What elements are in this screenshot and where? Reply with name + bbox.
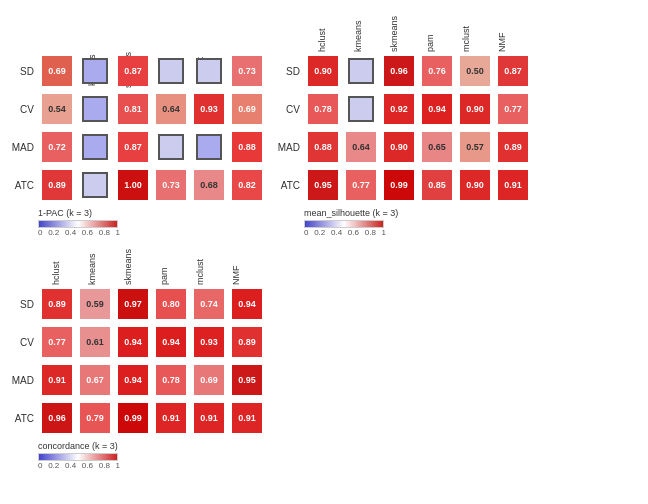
cell <box>76 52 114 90</box>
cell <box>76 90 114 128</box>
legend-bar <box>304 220 384 228</box>
cell: 0.50 <box>456 52 494 90</box>
cell-inner: 0.90 <box>384 132 414 162</box>
row-label: ATC <box>8 399 38 437</box>
cell-inner: 0.76 <box>422 56 452 86</box>
cell-inner: 0.90 <box>308 56 338 86</box>
cell: 0.89 <box>494 128 532 166</box>
cell: 0.96 <box>380 52 418 90</box>
cell-inner: 0.85 <box>422 170 452 200</box>
cell: 0.88 <box>228 128 266 166</box>
cell <box>152 128 190 166</box>
cell: 0.77 <box>494 90 532 128</box>
cell-inner: 0.90 <box>460 170 490 200</box>
cell-inner: 0.91 <box>232 403 262 433</box>
cell-inner: 0.64 <box>156 94 186 124</box>
legend-ticks: 00.20.40.60.81 <box>38 228 120 237</box>
cell-inner: 0.67 <box>80 365 110 395</box>
cell-inner: 0.69 <box>194 365 224 395</box>
cell-inner: 0.95 <box>308 170 338 200</box>
concordance-title: concordance (k = 3) <box>38 441 120 451</box>
cell-inner <box>82 58 108 84</box>
cell: 0.91 <box>494 166 532 204</box>
bottom-row: hclust kmeans skmeans pam mclust NMF SD … <box>8 241 640 470</box>
grid-row: ATC 0.89 1.00 0.73 0.68 0.82 <box>8 166 266 204</box>
cell-inner: 0.99 <box>384 170 414 200</box>
cell <box>190 52 228 90</box>
cell: 0.94 <box>152 323 190 361</box>
row-label: MAD <box>8 128 38 166</box>
pac-panel: hclust kmeans skmeans pam mclust NMF SD … <box>8 8 266 237</box>
col-header: NMF <box>484 8 520 52</box>
silhouette-title: mean_silhouette (k = 3) <box>304 208 398 218</box>
cell-inner: 0.78 <box>156 365 186 395</box>
cell-inner <box>196 58 222 84</box>
grid-row: SD 0.69 0.87 0.73 <box>8 52 266 90</box>
cell-inner <box>82 172 108 198</box>
col-header: NMF <box>218 241 254 285</box>
cell-inner: 0.90 <box>460 94 490 124</box>
cell: 0.91 <box>38 361 76 399</box>
cell: 0.97 <box>114 285 152 323</box>
grid-row: CV 0.78 0.92 0.94 0.90 0.77 <box>274 90 532 128</box>
cell <box>76 166 114 204</box>
cell: 0.72 <box>38 128 76 166</box>
cell: 0.93 <box>190 90 228 128</box>
cell-inner: 0.93 <box>194 327 224 357</box>
cell: 0.93 <box>190 323 228 361</box>
col-header: kmeans <box>74 241 110 285</box>
grid-row: CV 0.77 0.61 0.94 0.94 0.93 0.89 <box>8 323 266 361</box>
cell: 0.88 <box>304 128 342 166</box>
cell-inner: 0.77 <box>346 170 376 200</box>
cell: 0.90 <box>456 90 494 128</box>
cell-inner: 0.94 <box>118 365 148 395</box>
cell-inner: 0.96 <box>42 403 72 433</box>
col-header: pam <box>412 8 448 52</box>
cell-inner: 0.89 <box>498 132 528 162</box>
cell-inner: 0.94 <box>422 94 452 124</box>
cell-inner: 0.57 <box>460 132 490 162</box>
cell-inner: 0.96 <box>384 56 414 86</box>
cell: 0.90 <box>380 128 418 166</box>
cell: 0.77 <box>342 166 380 204</box>
cell-inner: 0.92 <box>384 94 414 124</box>
cell: 0.54 <box>38 90 76 128</box>
cell-inner: 0.87 <box>118 132 148 162</box>
cell: 0.76 <box>418 52 456 90</box>
silhouette-grid: SD 0.90 0.96 0.76 0.50 0.87 CV 0.78 0.92… <box>274 52 532 204</box>
col-header: kmeans <box>340 8 376 52</box>
cell-inner: 0.79 <box>80 403 110 433</box>
pac-title: 1-PAC (k = 3) <box>38 208 120 218</box>
row-label: MAD <box>274 128 304 166</box>
cell-inner: 0.97 <box>118 289 148 319</box>
cell: 0.61 <box>76 323 114 361</box>
legend-bar <box>38 453 118 461</box>
cell-inner: 0.73 <box>156 170 186 200</box>
cell-inner: 0.69 <box>42 56 72 86</box>
cell: 0.90 <box>456 166 494 204</box>
row-label: SD <box>8 285 38 323</box>
cell-inner <box>196 134 222 160</box>
top-row: hclust kmeans skmeans pam mclust NMF SD … <box>8 8 640 237</box>
cell-inner: 0.93 <box>194 94 224 124</box>
cell <box>76 128 114 166</box>
pac-grid: SD 0.69 0.87 0.73 CV 0.54 0.81 0.64 0.93 <box>8 52 266 204</box>
cell: 0.78 <box>152 361 190 399</box>
cell-inner: 0.64 <box>346 132 376 162</box>
grid-row: CV 0.54 0.81 0.64 0.93 0.69 <box>8 90 266 128</box>
cell: 0.89 <box>38 285 76 323</box>
cell-inner: 0.94 <box>118 327 148 357</box>
silhouette-panel: hclust kmeans skmeans pam mclust NMF SD … <box>274 8 532 237</box>
cell: 0.90 <box>304 52 342 90</box>
col-header: hclust <box>304 8 340 52</box>
cell: 0.77 <box>38 323 76 361</box>
cell: 0.81 <box>114 90 152 128</box>
grid-row: MAD 0.88 0.64 0.90 0.65 0.57 0.89 <box>274 128 532 166</box>
cell <box>152 52 190 90</box>
concordance-panel: hclust kmeans skmeans pam mclust NMF SD … <box>8 241 266 470</box>
grid-row: SD 0.90 0.96 0.76 0.50 0.87 <box>274 52 532 90</box>
row-label: CV <box>274 90 304 128</box>
cell: 0.95 <box>304 166 342 204</box>
cell: 0.87 <box>494 52 532 90</box>
col-header: pam <box>146 241 182 285</box>
